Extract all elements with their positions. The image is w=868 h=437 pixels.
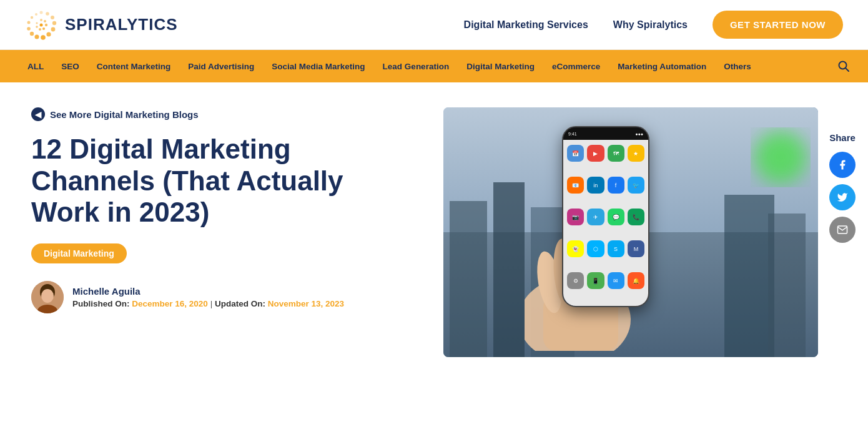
share-twitter-button[interactable] (829, 184, 856, 210)
svg-point-6 (46, 32, 51, 36)
svg-point-21 (40, 23, 43, 26)
svg-point-18 (39, 28, 41, 31)
logo-text: SPIRALYTICS (65, 15, 178, 34)
category-seo[interactable]: SEO (52, 50, 88, 82)
share-sidebar: Share (829, 132, 856, 243)
hero-image: 9:41 ●●● 📅 ▶ 🗺 ★ 📧 in f 🐦 📷 (443, 107, 818, 357)
back-link-text: See More Digital Marketing Blogs (50, 109, 199, 120)
category-all[interactable]: ALL (19, 50, 52, 82)
author-name: Michelle Aguila (72, 286, 344, 297)
svg-point-20 (36, 22, 37, 24)
svg-point-26 (41, 289, 54, 303)
phone-body: 9:41 ●●● 📅 ▶ 🗺 ★ 📧 in f 🐦 📷 (562, 126, 649, 307)
category-ecommerce[interactable]: eCommerce (543, 50, 609, 82)
svg-point-4 (52, 21, 56, 24)
svg-point-9 (30, 31, 34, 35)
published-label: Published On: (72, 299, 130, 308)
svg-point-12 (31, 16, 33, 18)
svg-point-2 (46, 12, 49, 16)
svg-rect-31 (493, 182, 525, 357)
svg-point-11 (27, 21, 31, 24)
publish-info: Published On: December 16, 2020 | Update… (72, 299, 344, 308)
svg-point-17 (42, 27, 45, 29)
svg-line-23 (846, 68, 849, 71)
updated-label: Updated On: (215, 299, 265, 308)
share-facebook-button[interactable] (829, 152, 856, 178)
category-nav: ALL SEO Content Marketing Paid Advertisi… (0, 50, 868, 82)
svg-point-19 (36, 26, 38, 28)
nav-why-spiralytics[interactable]: Why Spiralytics (613, 19, 688, 31)
updated-date: November 13, 2023 (268, 299, 344, 308)
main-content: ◀ See More Digital Marketing Blogs 12 Di… (0, 82, 868, 382)
svg-point-15 (44, 19, 46, 22)
author-area: Michelle Aguila Published On: December 1… (31, 281, 393, 313)
get-started-button[interactable]: GET STARTED NOW (713, 11, 843, 39)
category-others[interactable]: Others (715, 50, 760, 82)
svg-point-7 (41, 35, 46, 40)
svg-point-3 (51, 16, 54, 19)
separator: | (210, 299, 215, 308)
left-content: ◀ See More Digital Marketing Blogs 12 Di… (31, 107, 418, 357)
share-email-button[interactable] (829, 217, 856, 243)
svg-point-14 (40, 19, 42, 21)
avatar (31, 281, 64, 313)
published-date: December 16, 2020 (132, 299, 208, 308)
svg-point-5 (51, 27, 56, 31)
category-content-marketing[interactable]: Content Marketing (88, 50, 180, 82)
article-title: 12 Digital Marketing Channels (That Actu… (31, 134, 393, 228)
svg-point-13 (35, 13, 37, 16)
svg-rect-33 (724, 195, 774, 357)
svg-point-16 (45, 23, 47, 26)
header: SPIRALYTICS Digital Marketing Services W… (0, 0, 868, 50)
nav-digital-marketing-services[interactable]: Digital Marketing Services (464, 19, 588, 31)
back-link[interactable]: ◀ See More Digital Marketing Blogs (31, 107, 393, 121)
share-label: Share (829, 132, 856, 143)
svg-rect-34 (768, 214, 806, 357)
category-digital-marketing[interactable]: Digital Marketing (458, 50, 543, 82)
back-arrow-icon: ◀ (31, 107, 45, 121)
category-tag[interactable]: Digital Marketing (31, 243, 127, 263)
spiralytics-logo-icon (25, 9, 57, 41)
logo-area: SPIRALYTICS (25, 9, 178, 41)
category-social-media-marketing[interactable]: Social Media Marketing (263, 50, 373, 82)
header-nav: Digital Marketing Services Why Spiralyti… (464, 11, 843, 39)
svg-point-36 (756, 132, 806, 182)
category-lead-generation[interactable]: Lead Generation (374, 50, 458, 82)
category-marketing-automation[interactable]: Marketing Automation (609, 50, 715, 82)
right-image: 9:41 ●●● 📅 ▶ 🗺 ★ 📧 in f 🐦 📷 (418, 107, 843, 357)
search-icon[interactable] (838, 61, 849, 72)
category-paid-advertising[interactable]: Paid Advertising (179, 50, 263, 82)
svg-point-1 (40, 11, 43, 14)
author-info: Michelle Aguila Published On: December 1… (72, 286, 344, 308)
svg-point-8 (35, 34, 39, 39)
svg-point-10 (27, 27, 31, 31)
svg-rect-30 (450, 201, 487, 357)
phone-hand-mockup: 9:41 ●●● 📅 ▶ 🗺 ★ 📧 in f 🐦 📷 (525, 120, 687, 351)
